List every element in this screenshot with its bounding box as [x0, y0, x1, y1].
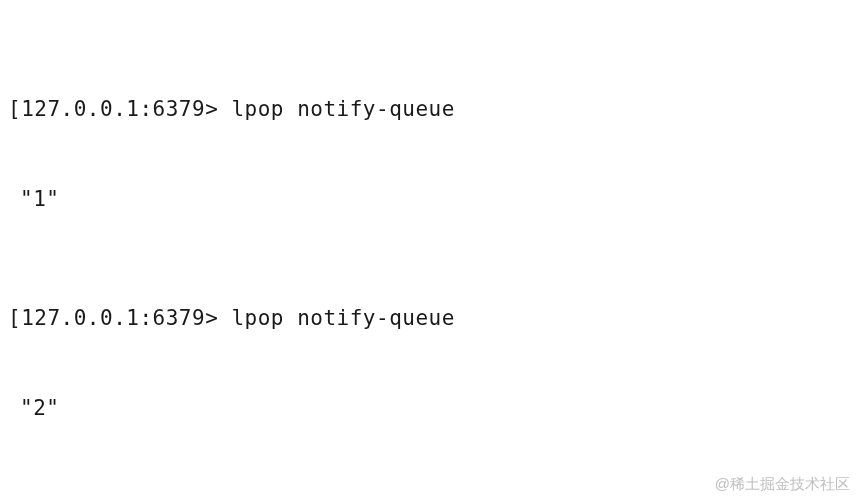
- command-text: lpop notify-queue: [231, 95, 454, 125]
- command-line: [127.0.0.1:6379> lpop notify-queue: [8, 304, 856, 334]
- prompt: [127.0.0.1:6379>: [8, 304, 231, 334]
- terminal-output: [127.0.0.1:6379> lpop notify-queue "1" […: [8, 6, 856, 502]
- command-text: lpop notify-queue: [231, 304, 454, 334]
- prompt: [127.0.0.1:6379>: [8, 95, 231, 125]
- watermark-text: @稀土掘金技术社区: [715, 473, 850, 494]
- result-line: "1": [8, 185, 856, 215]
- command-line: [127.0.0.1:6379> lpop notify-queue: [8, 95, 856, 125]
- result-line: "2": [8, 394, 856, 424]
